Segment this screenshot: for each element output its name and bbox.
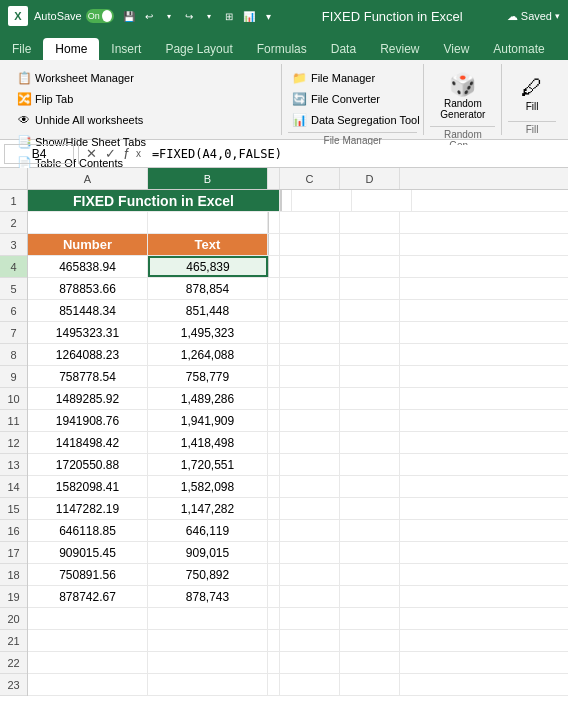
cell-C21[interactable] — [280, 630, 340, 651]
tab-automate[interactable]: Automate — [481, 38, 556, 60]
cell-B23[interactable] — [148, 674, 268, 695]
cell-C10[interactable] — [280, 388, 340, 409]
autosave-toggle[interactable]: On — [86, 9, 114, 23]
unhide-button[interactable]: 👁 Unhide All worksheets — [12, 110, 147, 130]
cell-C22[interactable] — [280, 652, 340, 673]
undo-icon[interactable]: ↩ — [140, 7, 158, 25]
cell-E1[interactable] — [352, 190, 412, 211]
cell-C1[interactable] — [280, 190, 292, 211]
cell-C4[interactable] — [280, 256, 340, 277]
random-generator-button[interactable]: 🎲 RandomGenerator — [432, 68, 493, 124]
cell-D14[interactable] — [340, 476, 400, 497]
data-segregation-button[interactable]: 📊 Data Segregation Tool — [288, 110, 424, 130]
cell-B20[interactable] — [148, 608, 268, 629]
redo-dropdown[interactable]: ▾ — [200, 7, 218, 25]
cell-A17[interactable]: 909015.45 — [28, 542, 148, 563]
col-header-B[interactable]: B — [148, 168, 268, 189]
cell-C16[interactable] — [280, 520, 340, 541]
cell-D22[interactable] — [340, 652, 400, 673]
cell-A3[interactable]: Number — [28, 234, 148, 255]
cell-A2[interactable] — [28, 212, 148, 233]
cell-C12[interactable] — [280, 432, 340, 453]
col-header-D[interactable]: D — [340, 168, 400, 189]
cell-D9[interactable] — [340, 366, 400, 387]
tab-data[interactable]: Data — [319, 38, 368, 60]
undo-dropdown[interactable]: ▾ — [160, 7, 178, 25]
cell-D20[interactable] — [340, 608, 400, 629]
formula-insert-icon[interactable]: f — [121, 146, 131, 162]
cell-B3[interactable]: Text — [148, 234, 268, 255]
cell-D18[interactable] — [340, 564, 400, 585]
fill-button[interactable]: 🖊 Fill — [507, 71, 557, 116]
saved-button[interactable]: ☁ Saved ▾ — [507, 10, 560, 23]
cell-A10[interactable]: 1489285.92 — [28, 388, 148, 409]
cell-B16[interactable]: 646,119 — [148, 520, 268, 541]
cell-B6[interactable]: 851,448 — [148, 300, 268, 321]
cell-C20[interactable] — [280, 608, 340, 629]
cell-B7[interactable]: 1,495,323 — [148, 322, 268, 343]
tab-page-layout[interactable]: Page Layout — [153, 38, 244, 60]
cell-A7[interactable]: 1495323.31 — [28, 322, 148, 343]
tab-review[interactable]: Review — [368, 38, 431, 60]
cell-A4[interactable]: 465838.94 — [28, 256, 148, 277]
cell-D11[interactable] — [340, 410, 400, 431]
formula-cancel-icon[interactable]: ✕ — [83, 146, 100, 161]
cell-A18[interactable]: 750891.56 — [28, 564, 148, 585]
cell-B8[interactable]: 1,264,088 — [148, 344, 268, 365]
cell-D12[interactable] — [340, 432, 400, 453]
cell-B5[interactable]: 878,854 — [148, 278, 268, 299]
cell-C18[interactable] — [280, 564, 340, 585]
cell-D7[interactable] — [340, 322, 400, 343]
cell-C8[interactable] — [280, 344, 340, 365]
cell-A14[interactable]: 1582098.41 — [28, 476, 148, 497]
cell-A9[interactable]: 758778.54 — [28, 366, 148, 387]
flip-tab-button[interactable]: 🔀 Flip Tab — [12, 89, 147, 109]
grid-icon[interactable]: ⊞ — [220, 7, 238, 25]
cell-D5[interactable] — [340, 278, 400, 299]
formula-input[interactable] — [148, 145, 564, 163]
cell-B18[interactable]: 750,892 — [148, 564, 268, 585]
file-converter-button[interactable]: 🔄 File Converter — [288, 89, 424, 109]
cell-A12[interactable]: 1418498.42 — [28, 432, 148, 453]
cell-B12[interactable]: 1,418,498 — [148, 432, 268, 453]
cell-D10[interactable] — [340, 388, 400, 409]
cell-C14[interactable] — [280, 476, 340, 497]
cell-D15[interactable] — [340, 498, 400, 519]
tab-view[interactable]: View — [432, 38, 482, 60]
tab-home[interactable]: Home — [43, 38, 99, 60]
cell-C6[interactable] — [280, 300, 340, 321]
chart-icon[interactable]: 📊 — [240, 7, 258, 25]
cell-B10[interactable]: 1,489,286 — [148, 388, 268, 409]
cell-C7[interactable] — [280, 322, 340, 343]
formula-confirm-icon[interactable]: ✓ — [102, 146, 119, 161]
cell-reference[interactable]: B4 — [4, 144, 74, 164]
cell-D17[interactable] — [340, 542, 400, 563]
cell-A19[interactable]: 878742.67 — [28, 586, 148, 607]
cell-A16[interactable]: 646118.85 — [28, 520, 148, 541]
cell-C9[interactable] — [280, 366, 340, 387]
cell-A22[interactable] — [28, 652, 148, 673]
redo-icon[interactable]: ↪ — [180, 7, 198, 25]
cell-C3[interactable] — [280, 234, 340, 255]
saved-dropdown[interactable]: ▾ — [555, 11, 560, 21]
col-header-C[interactable]: C — [280, 168, 340, 189]
cell-A1[interactable]: FIXED Function in Excel — [28, 190, 280, 211]
cell-C5[interactable] — [280, 278, 340, 299]
cell-C13[interactable] — [280, 454, 340, 475]
cell-B11[interactable]: 1,941,909 — [148, 410, 268, 431]
cell-C23[interactable] — [280, 674, 340, 695]
cell-B22[interactable] — [148, 652, 268, 673]
cell-A8[interactable]: 1264088.23 — [28, 344, 148, 365]
cell-B17[interactable]: 909,015 — [148, 542, 268, 563]
cell-D21[interactable] — [340, 630, 400, 651]
cell-A21[interactable] — [28, 630, 148, 651]
cell-A13[interactable]: 1720550.88 — [28, 454, 148, 475]
cell-B19[interactable]: 878,743 — [148, 586, 268, 607]
cell-D13[interactable] — [340, 454, 400, 475]
cell-A6[interactable]: 851448.34 — [28, 300, 148, 321]
cell-B4[interactable]: 465,839 — [148, 256, 268, 277]
cell-B21[interactable] — [148, 630, 268, 651]
cell-D3[interactable] — [340, 234, 400, 255]
cell-A20[interactable] — [28, 608, 148, 629]
cell-A23[interactable] — [28, 674, 148, 695]
